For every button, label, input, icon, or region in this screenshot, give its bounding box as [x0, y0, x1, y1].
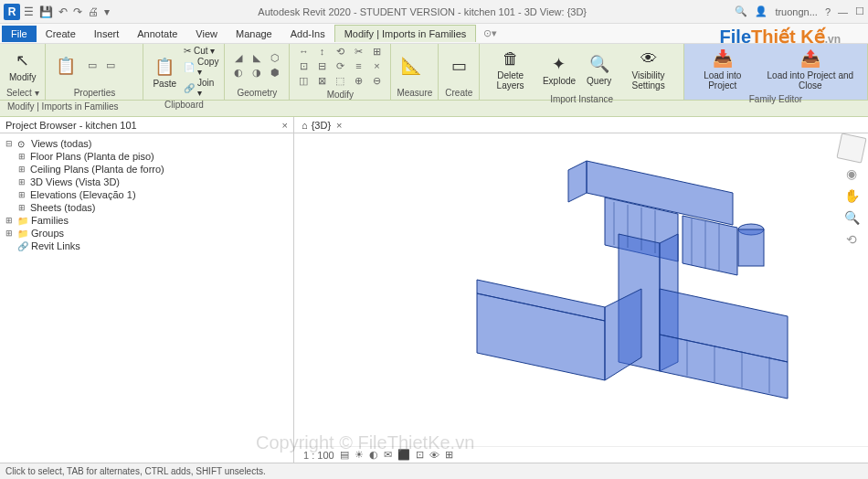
- expand-icon[interactable]: ⊞: [5, 229, 15, 238]
- visibility-icon: 👁: [638, 48, 660, 69]
- tree-item[interactable]: Sheets (todas): [30, 202, 96, 213]
- print-icon[interactable]: 🖨: [88, 5, 99, 18]
- render-icon[interactable]: ⬛: [397, 449, 410, 461]
- svg-marker-1: [568, 161, 587, 202]
- modify-tool-icon[interactable]: ≡: [350, 60, 366, 73]
- collapse-icon[interactable]: ⊟: [5, 139, 15, 148]
- view-tab-3d[interactable]: ⌂ {3D} ×: [294, 120, 350, 131]
- expand-icon[interactable]: ⊞: [18, 152, 27, 161]
- cut-button[interactable]: ✂ Cut ▾: [184, 46, 218, 56]
- modify-tool-icon[interactable]: ⟲: [332, 46, 348, 59]
- hide-icon[interactable]: 👁: [429, 450, 439, 461]
- geom-tool-icon[interactable]: ◐: [230, 67, 247, 80]
- expand-icon[interactable]: ⊞: [18, 190, 27, 199]
- geom-tool-icon[interactable]: ◣: [249, 52, 265, 65]
- modify-tool-icon[interactable]: ⊡: [295, 60, 312, 73]
- reveal-icon[interactable]: ⊞: [445, 449, 453, 461]
- maximize-icon[interactable]: ☐: [855, 5, 864, 17]
- visibility-button[interactable]: 👁Visibility Settings: [619, 46, 678, 92]
- expand-icon[interactable]: ⊞: [5, 216, 15, 225]
- redo-icon[interactable]: ↷: [73, 5, 82, 18]
- query-button[interactable]: 🔍Query: [583, 51, 615, 88]
- prop-icon[interactable]: ▭: [84, 59, 101, 72]
- measure-button[interactable]: 📐: [397, 53, 426, 79]
- pan-icon[interactable]: ✋: [843, 188, 860, 205]
- tab-modify-imports[interactable]: Modify | Imports in Families: [334, 25, 477, 42]
- join-button[interactable]: 🔗 Join ▾: [184, 78, 218, 98]
- modify-tool-icon[interactable]: ⊟: [313, 60, 330, 73]
- tab-view[interactable]: View: [186, 26, 227, 42]
- model-kitchen[interactable]: [422, 143, 806, 417]
- properties-icon: 📋: [55, 55, 77, 77]
- crop-icon[interactable]: ⊡: [416, 449, 424, 461]
- tab-manage[interactable]: Manage: [227, 26, 281, 42]
- modify-tool-icon[interactable]: ↕: [313, 46, 330, 59]
- panel-label[interactable]: Select ▾: [5, 86, 39, 98]
- detail-icon[interactable]: ☀: [355, 449, 364, 461]
- explode-button[interactable]: ✦Explode: [539, 51, 579, 88]
- paste-button[interactable]: 📋 Paste: [149, 54, 180, 90]
- expand-icon[interactable]: ⊞: [18, 165, 27, 174]
- copy-button[interactable]: 📄 Copy ▾: [184, 57, 218, 77]
- tree-item[interactable]: Ceiling Plans (Planta de forro): [30, 164, 164, 175]
- tree-item[interactable]: Floor Plans (Planta de piso): [30, 151, 154, 162]
- geom-tool-icon[interactable]: ◑: [249, 67, 265, 80]
- minimize-icon[interactable]: —: [838, 6, 848, 17]
- tree-item[interactable]: Elevations (Elevação 1): [30, 189, 136, 200]
- modify-tool-icon[interactable]: ⊕: [350, 75, 366, 88]
- graphic-icon[interactable]: ▤: [340, 449, 349, 461]
- search-icon[interactable]: 🔍: [735, 5, 747, 17]
- geom-tool-icon[interactable]: ◢: [230, 52, 247, 65]
- nav-wheel-icon[interactable]: ◉: [843, 166, 860, 183]
- modify-tool-icon[interactable]: ×: [368, 60, 385, 73]
- create-button[interactable]: ▭: [444, 53, 473, 79]
- panel-geometry: ◢◣⬡ ◐◑⬢ Geometry: [225, 44, 290, 100]
- browser-tree[interactable]: ⊟⊙Views (todas) ⊞Floor Plans (Planta de …: [0, 133, 293, 463]
- close-tab-icon[interactable]: ×: [336, 120, 342, 131]
- close-icon[interactable]: ×: [282, 120, 288, 131]
- tab-overflow-icon[interactable]: ⊙▾: [483, 27, 497, 39]
- zoom-icon[interactable]: 🔍: [843, 210, 860, 227]
- modify-tool-icon[interactable]: ✂: [350, 46, 366, 59]
- save-icon[interactable]: 💾: [39, 5, 53, 18]
- undo-icon[interactable]: ↶: [58, 5, 68, 18]
- modify-tool-icon[interactable]: ⬚: [332, 75, 348, 88]
- geom-tool-icon[interactable]: ⬡: [267, 52, 283, 65]
- tree-families[interactable]: Families: [31, 215, 69, 226]
- tab-file[interactable]: File: [2, 26, 37, 42]
- user-icon[interactable]: 👤: [755, 5, 767, 17]
- quick-access-toolbar[interactable]: ☰ 💾 ↶ ↷ 🖨 ▾: [24, 5, 110, 18]
- expand-icon[interactable]: ⊞: [18, 177, 27, 186]
- viewport-3d[interactable]: ◉ ✋ 🔍 ⟲: [294, 133, 868, 446]
- scale-label[interactable]: 1 : 100: [303, 450, 334, 461]
- delete-layers-button[interactable]: 🗑Delete Layers: [485, 46, 535, 92]
- prop-icon[interactable]: ▭: [102, 59, 119, 72]
- modify-tool-icon[interactable]: ↔: [295, 46, 312, 59]
- orbit-icon[interactable]: ⟲: [843, 232, 860, 249]
- shadow-icon[interactable]: ◐: [369, 449, 378, 461]
- modify-tool-icon[interactable]: ◫: [295, 75, 312, 88]
- modify-tool-icon[interactable]: ⊞: [368, 46, 385, 59]
- view-cube[interactable]: [836, 133, 866, 163]
- tab-create[interactable]: Create: [37, 26, 85, 42]
- load-close-button[interactable]: 📤Load into Project and Close: [759, 46, 862, 92]
- tree-groups[interactable]: Groups: [31, 228, 64, 239]
- expand-icon[interactable]: ⊞: [18, 203, 27, 212]
- geom-tool-icon[interactable]: ⬢: [267, 67, 283, 80]
- modify-tool-icon[interactable]: ⊖: [368, 75, 385, 88]
- load-project-button[interactable]: 📥Load into Project: [690, 46, 756, 92]
- help-icon[interactable]: ?: [825, 6, 831, 17]
- tree-revit-links[interactable]: Revit Links: [31, 240, 80, 251]
- modify-tool-icon[interactable]: ⊠: [313, 75, 330, 88]
- tab-annotate[interactable]: Annotate: [128, 26, 186, 42]
- modify-button[interactable]: ↖ Modify: [5, 48, 39, 84]
- tree-item[interactable]: 3D Views (Vista 3D): [30, 176, 120, 187]
- tab-insert[interactable]: Insert: [85, 26, 129, 42]
- modify-tool-icon[interactable]: ⟳: [332, 60, 348, 73]
- open-icon[interactable]: ☰: [24, 5, 34, 18]
- tab-addins[interactable]: Add-Ins: [281, 26, 334, 42]
- tree-root[interactable]: Views (todas): [31, 138, 91, 149]
- path-icon[interactable]: ✉: [384, 449, 392, 461]
- user-name[interactable]: truongn...: [775, 6, 817, 17]
- properties-button[interactable]: 📋: [51, 53, 80, 79]
